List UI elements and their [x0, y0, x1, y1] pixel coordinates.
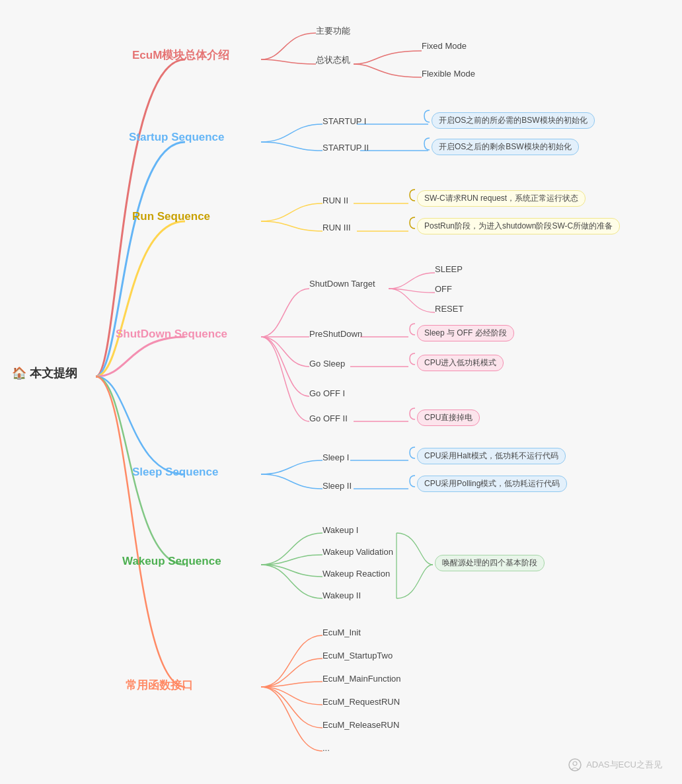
brace-sleep-ii	[408, 474, 416, 499]
branch-sleep: Sleep Sequence	[132, 466, 218, 479]
go-sleep-desc: CPU进入低功耗模式	[417, 355, 504, 371]
go-sleep: Go Sleep	[309, 359, 345, 369]
wakeup-validation: Wakeup Validation	[322, 547, 393, 557]
branch-api: 常用函数接口	[126, 678, 193, 693]
branch-run: Run Sequence	[132, 210, 210, 223]
brace-run-ii	[408, 188, 416, 213]
branch-startup: Startup Sequence	[129, 131, 225, 144]
brace-startup-ii	[423, 137, 431, 163]
ecum-child-2: 总状态机	[316, 54, 350, 66]
api-ellipsis: ...	[322, 743, 330, 753]
wakeup-i: Wakeup I	[322, 525, 358, 535]
watermark-icon	[568, 758, 582, 772]
startup-ii: STARTUP II	[322, 143, 369, 153]
svg-point-2	[573, 762, 577, 766]
run-iii-desc: PostRun阶段，为进入shutdown阶段SW-C所做的准备	[417, 218, 620, 234]
brace-startup-i	[423, 109, 431, 135]
shutdown-target: ShutDown Target	[309, 279, 375, 289]
brace-preshutdown	[408, 322, 416, 347]
sleep-i-desc: CPU采用Halt模式，低功耗不运行代码	[417, 448, 566, 464]
brace-run-iii	[408, 216, 416, 241]
api-startuptwo: EcuM_StartupTwo	[322, 651, 393, 660]
wakeup-desc: 唤醒源处理的四个基本阶段	[435, 555, 545, 571]
api-requestrun: EcuM_RequestRUN	[322, 697, 400, 707]
preshutdown: PreShutDown	[309, 329, 362, 339]
preshutdown-desc: Sleep 与 OFF 必经阶段	[417, 325, 514, 341]
shutdown-sleep: SLEEP	[435, 264, 463, 274]
brace-gosleep	[408, 352, 416, 377]
root-node: 🏠 本文提纲	[12, 365, 77, 381]
brace-gooff	[408, 407, 416, 432]
watermark: ADAS与ECU之吾见	[568, 758, 662, 772]
shutdown-off: OFF	[435, 284, 452, 294]
sleep-ii: Sleep II	[322, 481, 352, 491]
api-init: EcuM_Init	[322, 627, 361, 637]
shutdown-reset: RESET	[435, 304, 463, 314]
wakeup-reaction: Wakeup Reaction	[322, 569, 390, 579]
api-releaserun: EcuM_ReleaseRUN	[322, 720, 399, 730]
brace-sleep-i	[408, 446, 416, 471]
svg-point-1	[569, 759, 581, 771]
watermark-text: ADAS与ECU之吾见	[586, 759, 662, 771]
branch-ecum: EcuM模块总体介绍	[132, 48, 229, 63]
ecum-child-1: 主要功能	[316, 25, 350, 37]
run-iii: RUN III	[322, 223, 351, 232]
mind-map-container: 🏠 本文提纲 EcuM模块总体介绍 主要功能 总状态机 Fixed Mode F…	[0, 0, 682, 784]
go-off-i: Go OFF I	[309, 388, 345, 398]
go-off-ii: Go OFF II	[309, 413, 348, 423]
go-off-desc: CPU直接掉电	[417, 410, 480, 426]
branch-shutdown: ShutDown Sequence	[116, 328, 227, 341]
wakeup-ii: Wakeup II	[322, 590, 361, 600]
api-mainfunction: EcuM_MainFunction	[322, 674, 401, 684]
ecum-flexible: Flexible Mode	[422, 69, 475, 79]
sleep-ii-desc: CPU采用Polling模式，低功耗运行代码	[417, 476, 567, 492]
startup-i: STARTUP I	[322, 116, 366, 126]
run-ii-desc: SW-C请求RUN request，系统正常运行状态	[417, 190, 586, 207]
ecum-fixed: Fixed Mode	[422, 41, 467, 51]
startup-i-desc: 开启OS之前的所必需的BSW模块的初始化	[432, 112, 595, 129]
run-ii: RUN II	[322, 196, 348, 205]
startup-ii-desc: 开启OS之后的剩余BSW模块的初始化	[432, 139, 579, 155]
sleep-i: Sleep I	[322, 452, 349, 462]
branch-wakeup: Wakeup Sequence	[122, 555, 221, 568]
